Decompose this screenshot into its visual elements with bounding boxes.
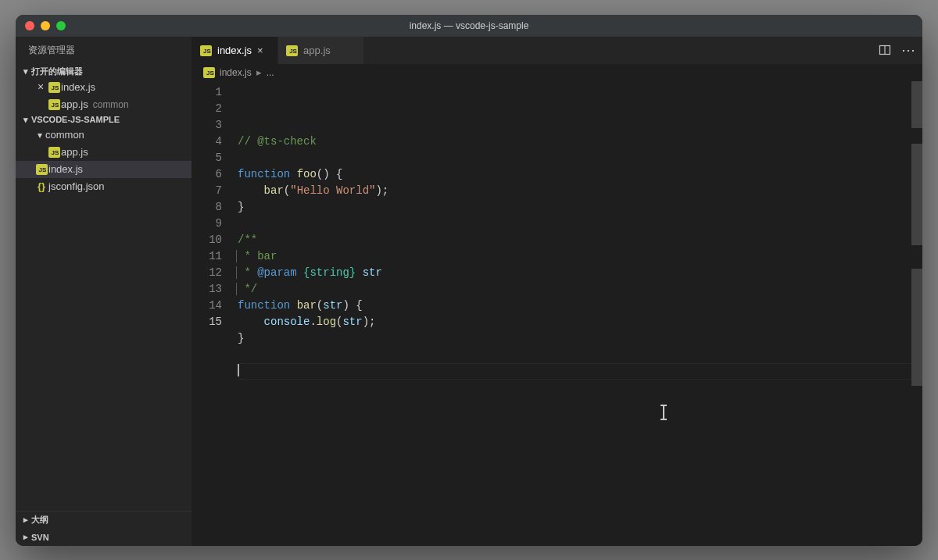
chevron-right-icon: ▸ (20, 515, 31, 525)
json-file-icon: {} (38, 180, 45, 192)
chevron-right-icon: ▸ (20, 532, 31, 542)
workspace-label: VSCODE-JS-SAMPLE (31, 115, 120, 124)
editor-tab[interactable]: JSapp.js× (278, 37, 364, 64)
app-window: index.js — vscode-js-sample 资源管理器 ▾ 打开的编… (16, 15, 922, 546)
svn-label: SVN (31, 533, 49, 542)
folder-item[interactable]: ▾common (16, 127, 192, 144)
open-editors-label: 打开的编辑器 (31, 66, 83, 77)
text-cursor-icon (663, 405, 664, 419)
code-content[interactable]: // @ts-checkfunction foo() { bar("Hello … (233, 81, 922, 546)
path-hint: common (93, 99, 129, 110)
code-line[interactable] (238, 150, 922, 166)
sidebar-bottom: ▸ 大纲 ▸ SVN (16, 511, 192, 546)
file-label: app.js (61, 146, 88, 158)
js-file-icon: JS (48, 99, 60, 110)
breadcrumb-file: index.js (220, 67, 252, 78)
code-line[interactable]: * bar (238, 248, 922, 265)
folder-label: common (45, 129, 84, 141)
traffic-lights (16, 21, 66, 30)
code-line[interactable] (238, 216, 922, 232)
outline-label: 大纲 (31, 514, 48, 526)
file-item[interactable]: {}jsconfig.json (16, 178, 192, 195)
explorer-title: 资源管理器 (16, 37, 192, 64)
code-line[interactable]: console.log(str); (238, 314, 922, 330)
chevron-icon: ▾ (34, 130, 45, 141)
close-icon[interactable]: × (34, 80, 47, 94)
js-file-icon: JS (203, 67, 215, 78)
breadcrumb[interactable]: JS index.js ▸ ... (192, 64, 922, 81)
file-label: app.js (61, 98, 88, 110)
window-zoom-button[interactable] (56, 21, 66, 30)
svn-section-header[interactable]: ▸ SVN (16, 529, 192, 546)
js-file-icon: JS (200, 45, 212, 56)
js-file-icon: JS (48, 82, 60, 93)
window-close-button[interactable] (25, 21, 34, 30)
code-editor[interactable]: 123456789101112131415 // @ts-checkfuncti… (192, 81, 922, 546)
explorer-sidebar: 资源管理器 ▾ 打开的编辑器 ×JSindex.jsJSapp.jscommon… (16, 37, 192, 546)
code-line[interactable]: * @param {string} str (238, 265, 922, 281)
editor-area: JSindex.js×JSapp.js× ⋯ JS index.js ▸ ...… (192, 37, 922, 546)
code-line[interactable]: /** (238, 232, 922, 248)
workspace-section-header[interactable]: ▾ VSCODE-JS-SAMPLE (16, 113, 192, 127)
file-item[interactable]: JSindex.js (16, 161, 192, 178)
chevron-down-icon: ▾ (20, 115, 31, 125)
editor-tab[interactable]: JSindex.js× (192, 37, 278, 64)
code-line[interactable]: // @ts-check (238, 134, 922, 150)
code-line[interactable]: */ (238, 281, 922, 298)
open-editors-section-header[interactable]: ▾ 打开的编辑器 (16, 64, 192, 79)
breadcrumb-separator-icon: ▸ (256, 66, 262, 78)
js-file-icon: JS (286, 45, 298, 56)
editor-tabbar: JSindex.js×JSapp.js× ⋯ (192, 37, 922, 64)
spacer (34, 104, 47, 105)
window-title: index.js — vscode-js-sample (16, 20, 922, 31)
code-line[interactable]: bar("Hello World"); (238, 183, 922, 199)
split-editor-icon[interactable] (879, 44, 891, 56)
js-file-icon: JS (48, 147, 60, 158)
code-line[interactable]: function foo() { (238, 166, 922, 183)
file-label: index.js (61, 81, 95, 93)
more-actions-icon[interactable]: ⋯ (902, 44, 915, 56)
file-item[interactable]: JSapp.js (16, 144, 192, 161)
code-line[interactable] (238, 347, 922, 363)
editor-scrollbar[interactable] (911, 81, 922, 546)
file-label: index.js (48, 163, 83, 175)
close-icon[interactable]: × (257, 45, 270, 56)
tab-actions: ⋯ (871, 37, 922, 64)
titlebar: index.js — vscode-js-sample (16, 15, 922, 37)
tab-label: index.js (217, 45, 252, 56)
code-line[interactable]: } (238, 199, 922, 216)
breadcrumb-tail: ... (267, 67, 274, 78)
tab-label: app.js (303, 45, 331, 56)
code-line[interactable]: } (238, 330, 922, 347)
code-line[interactable] (238, 363, 922, 380)
outline-section-header[interactable]: ▸ 大纲 (16, 512, 192, 529)
js-file-icon: JS (36, 164, 48, 175)
line-number-gutter: 123456789101112131415 (192, 81, 233, 546)
code-line[interactable]: function bar(str) { (238, 298, 922, 314)
caret (238, 363, 239, 376)
file-label: jsconfig.json (48, 180, 105, 192)
open-editors-list: ×JSindex.jsJSapp.jscommon (16, 79, 192, 113)
file-tree: ▾commonJSapp.jsJSindex.js{}jsconfig.json (16, 127, 192, 195)
chevron-down-icon: ▾ (20, 66, 31, 77)
open-editor-item[interactable]: JSapp.jscommon (16, 96, 192, 113)
window-minimize-button[interactable] (41, 21, 50, 30)
open-editor-item[interactable]: ×JSindex.js (16, 79, 192, 96)
